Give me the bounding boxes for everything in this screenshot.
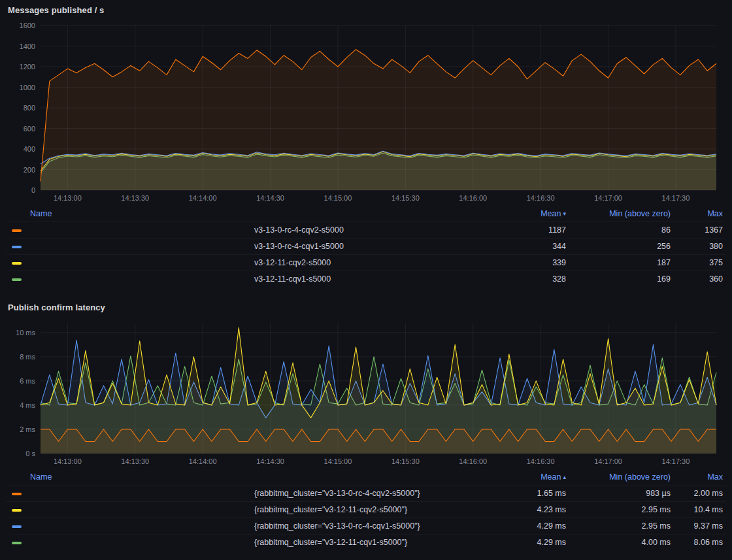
series-max-value: 380 [673,239,725,255]
svg-text:10 ms: 10 ms [16,329,35,337]
series-name[interactable]: v3-12-11-cqv2-s5000 [252,255,497,271]
series-name[interactable]: v3-13-0-rc-4-cqv1-s5000 [252,239,497,255]
svg-text:14:13:00: 14:13:00 [54,194,82,202]
series-color-swatch [7,486,252,502]
legend-row: v3-12-11-cqv2-s5000339187375 [7,255,725,271]
svg-text:0: 0 [31,186,35,194]
sort-caret-icon: ▴ [563,474,566,480]
series-max-value: 1367 [673,222,725,239]
series-max-value: 8.06 ms [673,535,725,551]
series-name[interactable]: v3-12-11-cqv1-s5000 [252,271,497,288]
legend-table: NameMean▴Min (above zero)Max{rabbitmq_cl… [7,469,725,550]
svg-text:1600: 1600 [20,22,35,29]
svg-text:2 ms: 2 ms [20,425,35,433]
svg-text:600: 600 [24,125,35,133]
publish-confirm-latency-chart[interactable]: 0 s2 ms4 ms6 ms8 ms10 ms14:13:0014:13:30… [7,318,725,468]
series-min-value: 86 [569,222,673,239]
series-color-swatch [7,222,252,239]
legend-row: {rabbitmq_cluster="v3-13-0-rc-4-cqv2-s50… [7,486,725,502]
legend-row: v3-13-0-rc-4-cqv2-s50001187861367 [7,222,725,239]
svg-text:14:14:30: 14:14:30 [256,194,284,202]
legend-table: NameMean▾Min (above zero)Maxv3-13-0-rc-4… [7,206,725,287]
svg-text:14:13:30: 14:13:30 [121,194,149,202]
svg-text:1000: 1000 [20,84,35,91]
series-mean-value: 328 [497,271,569,288]
series-mean-value: 4.29 ms [497,518,569,535]
series-mean-value: 1187 [497,222,569,239]
svg-text:14:15:30: 14:15:30 [391,457,420,465]
svg-text:14:16:00: 14:16:00 [459,194,487,202]
series-min-value: 983 µs [569,486,673,502]
svg-text:14:14:00: 14:14:00 [189,457,217,465]
svg-text:14:14:30: 14:14:30 [256,457,284,465]
legend-row: {rabbitmq_cluster="v3-12-11-cqv1-s5000"}… [7,535,725,551]
panel-title-messages-published: Messages published / s [7,4,725,20]
series-min-value: 4.00 ms [569,535,673,551]
svg-text:1200: 1200 [20,63,35,71]
series-name[interactable]: {rabbitmq_cluster="v3-12-11-cqv1-s5000"} [252,535,497,551]
series-name[interactable]: {rabbitmq_cluster="v3-13-0-rc-4-cqv1-s50… [252,518,497,535]
svg-text:14:15:00: 14:15:00 [324,457,352,465]
series-color-swatch [7,271,252,288]
publish-confirm-latency-legend: NameMean▴Min (above zero)Max{rabbitmq_cl… [7,469,725,550]
svg-text:14:15:30: 14:15:30 [391,194,420,202]
legend-header-name[interactable]: Name [7,206,497,222]
series-name[interactable]: v3-13-0-rc-4-cqv2-s5000 [252,222,497,239]
svg-text:800: 800 [24,104,35,112]
legend-row: {rabbitmq_cluster="v3-12-11-cqv2-s5000"}… [7,502,725,518]
chart-canvas[interactable]: 0200400600800100012001400160014:13:0014:… [7,20,725,205]
svg-text:14:15:00: 14:15:00 [324,194,352,202]
panel-publish-confirm-latency: Publish confirm latency 0 s2 ms4 ms6 ms8… [0,297,732,550]
series-max-value: 9.37 ms [673,518,725,535]
series-mean-value: 1.65 ms [497,486,569,502]
legend-row: {rabbitmq_cluster="v3-13-0-rc-4-cqv1-s50… [7,518,725,535]
svg-text:400: 400 [24,145,35,153]
messages-published-chart[interactable]: 0200400600800100012001400160014:13:0014:… [7,20,725,205]
sort-caret-icon: ▾ [563,210,566,217]
series-color-swatch [7,518,252,535]
series-mean-value: 4.23 ms [497,502,569,518]
series-color-swatch [7,535,252,551]
svg-text:14:17:00: 14:17:00 [594,457,622,465]
legend-header-min[interactable]: Min (above zero) [569,469,673,486]
svg-text:14:16:30: 14:16:30 [527,457,555,465]
series-min-value: 169 [569,271,673,288]
panel-title-publish-confirm-latency: Publish confirm latency [7,301,725,318]
svg-text:14:17:30: 14:17:30 [662,194,690,202]
chart-canvas[interactable]: 0 s2 ms4 ms6 ms8 ms10 ms14:13:0014:13:30… [7,318,725,468]
series-max-value: 360 [673,271,725,288]
legend-row: v3-13-0-rc-4-cqv1-s5000344256380 [7,239,725,255]
svg-text:6 ms: 6 ms [20,377,35,385]
series-color-swatch [7,239,252,255]
legend-header-mean[interactable]: Mean▾ [497,206,569,222]
series-name[interactable]: {rabbitmq_cluster="v3-12-11-cqv2-s5000"} [252,502,497,518]
series-color-swatch [7,502,252,518]
series-mean-value: 4.29 ms [497,535,569,551]
series-max-value: 375 [673,255,725,271]
legend-header-min[interactable]: Min (above zero) [569,206,673,222]
series-min-value: 187 [569,255,673,271]
svg-text:14:16:30: 14:16:30 [527,194,555,202]
series-max-value: 2.00 ms [673,486,725,502]
series-color-swatch [7,255,252,271]
legend-header-max[interactable]: Max [673,469,725,486]
series-min-value: 256 [569,239,673,255]
svg-text:14:17:30: 14:17:30 [662,457,690,465]
series-min-value: 2.95 ms [569,502,673,518]
series-mean-value: 344 [497,239,569,255]
svg-text:14:13:30: 14:13:30 [121,457,149,465]
svg-text:200: 200 [24,166,35,174]
svg-text:14:13:00: 14:13:00 [54,457,82,465]
svg-text:14:16:00: 14:16:00 [459,457,487,465]
panel-gap [0,287,732,297]
svg-text:8 ms: 8 ms [20,353,35,361]
series-name[interactable]: {rabbitmq_cluster="v3-13-0-rc-4-cqv2-s50… [252,486,497,502]
series-mean-value: 339 [497,255,569,271]
svg-text:14:17:00: 14:17:00 [594,194,622,202]
legend-header-mean[interactable]: Mean▴ [497,469,569,486]
legend-header-name[interactable]: Name [7,469,497,486]
series-max-value: 10.4 ms [673,502,725,518]
messages-published-legend: NameMean▾Min (above zero)Maxv3-13-0-rc-4… [7,206,725,287]
svg-text:0 s: 0 s [25,450,35,457]
legend-header-max[interactable]: Max [673,206,725,222]
